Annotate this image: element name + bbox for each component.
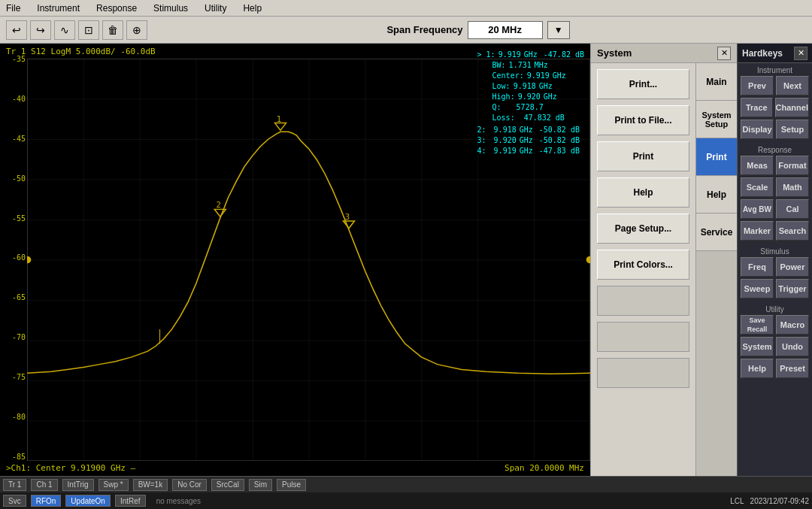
- system-title: System: [597, 47, 717, 59]
- nav-help[interactable]: Help: [696, 176, 737, 214]
- copy-button[interactable]: ⊡: [78, 20, 99, 40]
- scale-button[interactable]: Scale: [741, 177, 774, 197]
- display-button[interactable]: Display: [741, 120, 774, 139]
- print-to-file-button[interactable]: Print to File...: [597, 105, 689, 135]
- setup-button[interactable]: Setup: [776, 120, 809, 139]
- status-nocor[interactable]: No Cor: [172, 479, 207, 491]
- search-button[interactable]: Search: [776, 221, 809, 241]
- zoom-button[interactable]: ⊕: [126, 20, 147, 40]
- empty-slot-2: [597, 322, 689, 352]
- hk-row-display-setup: Display Setup: [741, 120, 809, 139]
- print-btn[interactable]: Print: [597, 141, 689, 171]
- system-nav-panel: Main SystemSetup Print Help Service: [695, 63, 737, 476]
- status-intref[interactable]: IntRef: [115, 495, 146, 507]
- status-bar-1: Tr 1 Ch 1 IntTrig Swp * BW=1k No Cor Src…: [0, 476, 812, 492]
- math-button[interactable]: Math: [776, 177, 809, 197]
- status-updateon[interactable]: UpdateOn: [65, 495, 111, 507]
- status-tr1[interactable]: Tr 1: [3, 479, 26, 491]
- delete-button[interactable]: 🗑: [102, 20, 123, 40]
- y-axis-labels: -35 -40 -45 -50 -55 -60 -65 -70 -75 -80 …: [0, 44, 27, 476]
- status-rfon[interactable]: RFOn: [31, 495, 62, 507]
- trigger-button[interactable]: Trigger: [776, 279, 809, 298]
- hardkeys-panel: Hardkeys ✕ Instrument Prev Next Trace Ch…: [737, 44, 812, 476]
- utility-section: Utility SaveRecall Macro System Undo Hel…: [738, 302, 812, 382]
- menu-stimulus[interactable]: Stimulus: [150, 2, 191, 15]
- y-label-70: -70: [2, 333, 26, 341]
- menubar: File Instrument Response Stimulus Utilit…: [0, 0, 812, 17]
- chart-status-bar: >Ch1: Center 9.91900 GHz — Span 20.0000 …: [6, 463, 584, 473]
- status-pulse[interactable]: Pulse: [277, 479, 306, 491]
- trace-button[interactable]: Trace: [741, 98, 773, 117]
- hk-row-freq-power: Freq Power: [741, 257, 809, 277]
- svg-text:3: 3: [345, 213, 350, 220]
- response-label: Response: [741, 144, 809, 156]
- nav-system-setup[interactable]: SystemSetup: [696, 101, 737, 138]
- marker-button[interactable]: Marker: [741, 221, 774, 241]
- status-inttrig[interactable]: IntTrig: [62, 479, 94, 491]
- avgbw-button[interactable]: Avg BW: [741, 199, 774, 219]
- hk-row-meas-format: Meas Format: [741, 156, 809, 175]
- system-buttons-panel: Print... Print to File... Print Help Pag…: [591, 63, 695, 476]
- next-button[interactable]: Next: [776, 76, 809, 95]
- status-srccal[interactable]: SrcCal: [211, 479, 244, 491]
- macro-button[interactable]: Macro: [776, 315, 809, 335]
- chart-header: Tr 1 S12 LogM 5.000dB/ -60.0dB: [6, 47, 156, 56]
- hardkeys-close-button[interactable]: ✕: [794, 47, 807, 60]
- system-button[interactable]: System: [741, 337, 774, 356]
- menu-instrument[interactable]: Instrument: [34, 2, 83, 15]
- status-ch1[interactable]: Ch 1: [31, 479, 57, 491]
- preset-button[interactable]: Preset: [776, 359, 809, 378]
- status-svc[interactable]: Svc: [3, 495, 26, 507]
- help-hk-button[interactable]: Help: [741, 359, 774, 378]
- hk-row-trace-channel: Trace Channel: [741, 98, 809, 117]
- toolbar: ↩ ↪ ∿ ⊡ 🗑 ⊕ Span Frequency ▼: [0, 17, 812, 44]
- sweep-button[interactable]: Sweep: [741, 279, 774, 298]
- y-label-60: -60: [2, 253, 26, 262]
- nav-print[interactable]: Print: [696, 138, 737, 176]
- meas-button[interactable]: Meas: [741, 156, 774, 175]
- save-recall-button[interactable]: SaveRecall: [741, 315, 774, 335]
- span-freq-label: Span Frequency: [386, 24, 462, 35]
- chart-area: Tr 1 S12 LogM 5.000dB/ -60.0dB -35 -40 -…: [0, 44, 590, 476]
- print-button[interactable]: Print...: [597, 69, 689, 99]
- menu-utility[interactable]: Utility: [201, 2, 229, 15]
- prev-button[interactable]: Prev: [741, 76, 774, 95]
- menu-file[interactable]: File: [3, 2, 23, 15]
- page-setup-button[interactable]: Page Setup...: [597, 214, 689, 244]
- print-colors-button[interactable]: Print Colors...: [597, 250, 689, 280]
- status-bw[interactable]: BW=1k: [133, 479, 168, 491]
- stimulus-section: Stimulus Freq Power Sweep Trigger: [738, 244, 812, 302]
- redo-button[interactable]: ↪: [30, 20, 51, 40]
- status-right-area: LCL 2023/12/07-09:42: [730, 497, 809, 505]
- empty-slot-3: [597, 358, 689, 388]
- svg-text:1: 1: [277, 115, 281, 123]
- system-close-button[interactable]: ✕: [717, 47, 731, 60]
- undo-button[interactable]: ↩: [6, 20, 27, 40]
- freq-button[interactable]: Freq: [741, 257, 774, 277]
- hk-row-avgbw-cal: Avg BW Cal: [741, 199, 809, 219]
- menu-response[interactable]: Response: [93, 2, 140, 15]
- status-sim[interactable]: Sim: [249, 479, 272, 491]
- span-freq-unit-btn[interactable]: ▼: [547, 21, 570, 39]
- span-freq-input[interactable]: [468, 21, 543, 39]
- main-content: Tr 1 S12 LogM 5.000dB/ -60.0dB -35 -40 -…: [0, 44, 812, 476]
- format-button[interactable]: Format: [776, 156, 809, 175]
- chart-span-display: Span 20.0000 MHz: [504, 463, 584, 473]
- channel-button[interactable]: Channel: [775, 98, 809, 117]
- y-label-75: -75: [2, 373, 26, 381]
- nav-main[interactable]: Main: [696, 63, 737, 101]
- nav-service[interactable]: Service: [696, 214, 737, 251]
- menu-help[interactable]: Help: [240, 2, 265, 15]
- instrument-section: Instrument Prev Next Trace Channel Displ…: [738, 63, 812, 143]
- chart-center-display: >Ch1: Center 9.91900 GHz —: [6, 463, 135, 473]
- status-swp[interactable]: Swp *: [98, 479, 129, 491]
- cal-button[interactable]: Cal: [776, 199, 809, 219]
- wave-button[interactable]: ∿: [54, 20, 75, 40]
- help-button[interactable]: Help: [597, 177, 689, 208]
- power-button[interactable]: Power: [776, 257, 809, 277]
- hardkeys-title: Hardkeys: [742, 48, 794, 59]
- hk-row-saverecall-macro: SaveRecall Macro: [741, 315, 809, 335]
- utility-label: Utility: [741, 304, 809, 315]
- response-section: Response Meas Format Scale Math Avg BW C…: [738, 143, 812, 244]
- undo-hk-button[interactable]: Undo: [776, 337, 809, 356]
